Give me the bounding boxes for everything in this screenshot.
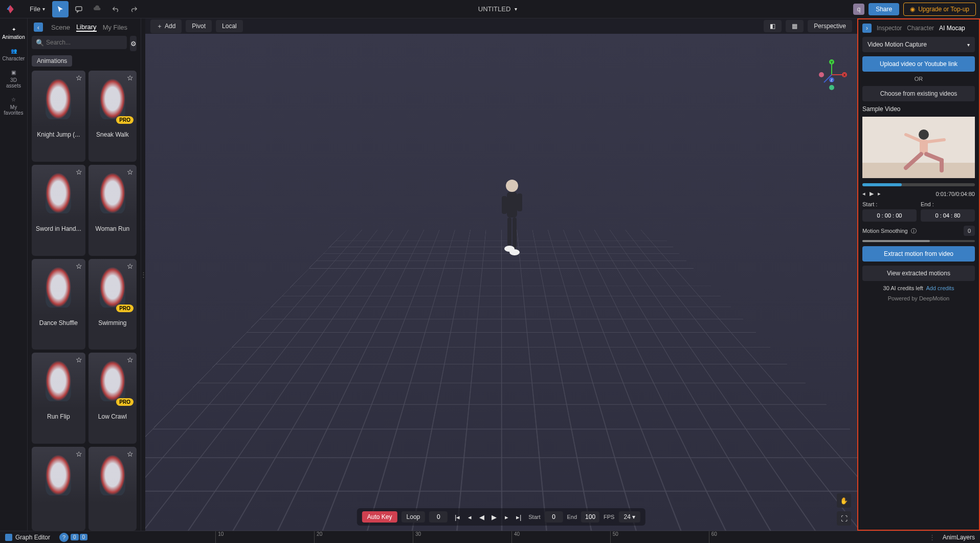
help-icon[interactable]: ? (59, 533, 69, 542)
svg-rect-21 (862, 163, 975, 178)
extract-motion-button[interactable]: Extract motion from video (862, 246, 975, 262)
favorite-star-icon[interactable]: ☆ (127, 356, 133, 364)
animation-card[interactable]: ☆Sword in Hand... (32, 165, 85, 256)
right-panel-back-icon[interactable]: › (862, 24, 872, 33)
play-forward-icon[interactable]: ▶ (488, 511, 500, 523)
graph-editor-toggle[interactable]: Graph Editor (0, 534, 55, 541)
video-prev-icon[interactable]: ◂ (862, 190, 865, 197)
favorite-star-icon[interactable]: ☆ (127, 450, 133, 458)
mocap-mode-select[interactable]: Video Motion Capture▾ (862, 37, 975, 52)
video-play-icon[interactable]: ▶ (870, 190, 874, 197)
settings-icon[interactable]: ⚙ (130, 36, 137, 51)
redo-icon[interactable] (126, 1, 142, 17)
tab-aimocap[interactable]: AI Mocap (939, 25, 965, 32)
favorite-star-icon[interactable]: ☆ (76, 74, 82, 82)
local-button[interactable]: Local (216, 20, 243, 32)
sample-video-label: Sample Video (862, 105, 975, 113)
document-title[interactable]: UNTITLED (478, 5, 511, 13)
animation-card[interactable]: ☆ (32, 447, 85, 531)
favorite-star-icon[interactable]: ☆ (76, 450, 82, 458)
undo-icon[interactable] (107, 1, 124, 17)
app-logo[interactable] (4, 3, 16, 15)
rail-3d-assets[interactable]: ▣3D assets (2, 66, 26, 93)
timeline-ruler[interactable]: 102030405060 (87, 531, 930, 543)
animation-card[interactable]: ☆Dance Shuffle (32, 259, 85, 350)
autokey-button[interactable]: Auto Key (362, 511, 397, 523)
timeline-marker-0[interactable]: 0 (71, 534, 79, 540)
animation-card[interactable]: ☆PROLow Crawl (88, 353, 137, 444)
video-scrubber[interactable] (862, 183, 975, 186)
tab-inspector[interactable]: Inspector (877, 25, 902, 32)
favorite-star-icon[interactable]: ☆ (76, 356, 82, 364)
splitter-left[interactable]: ⋮ (141, 18, 145, 531)
smoothing-slider[interactable] (862, 240, 975, 242)
add-credits-link[interactable]: Add credits (926, 285, 954, 291)
cursor-tool-icon[interactable] (52, 1, 69, 17)
clip-start-input[interactable] (862, 209, 917, 222)
favorite-star-icon[interactable]: ☆ (127, 74, 133, 82)
choose-existing-button[interactable]: Choose from existing videos (862, 86, 975, 101)
panel-back-icon[interactable]: ‹ (34, 23, 43, 32)
share-button[interactable]: Share (868, 3, 899, 15)
view-motions-button[interactable]: View extracted motions (862, 266, 975, 281)
rail-character[interactable]: 👥Character (2, 44, 26, 66)
video-next-icon[interactable]: ▸ (878, 190, 881, 197)
current-frame-input[interactable] (429, 511, 448, 523)
upgrade-button[interactable]: ◉Upgrade or Top-up (903, 3, 976, 16)
animation-card[interactable]: ☆ (88, 447, 137, 531)
loop-button[interactable]: Loop (402, 511, 426, 523)
animation-card[interactable]: ☆PROSneak Walk (88, 71, 137, 162)
animation-card[interactable]: ☆Knight Jump (... (32, 71, 85, 162)
file-menu[interactable]: File▾ (25, 2, 50, 16)
svg-point-1 (506, 180, 518, 192)
smoothing-value[interactable]: 0 (964, 226, 975, 236)
comment-icon[interactable] (71, 1, 87, 17)
end-label: End (567, 514, 577, 520)
animlayers-toggle[interactable]: AnimLayers (934, 534, 980, 541)
avatar[interactable]: q (853, 4, 864, 15)
favorite-star-icon[interactable]: ☆ (127, 262, 133, 270)
clip-end-input[interactable] (921, 209, 975, 222)
goto-end-icon[interactable]: ▸| (513, 511, 524, 523)
tab-scene[interactable]: Scene (51, 24, 70, 31)
goto-start-icon[interactable]: |◂ (452, 511, 463, 523)
filter-chip-animations[interactable]: Animations (32, 55, 72, 67)
add-button[interactable]: ＋ Add (150, 19, 182, 33)
info-icon[interactable]: ⓘ (911, 227, 917, 235)
rail-animation[interactable]: ✦Animation (2, 23, 26, 44)
pan-tool-icon[interactable]: ✋ (837, 493, 851, 508)
prev-frame-icon[interactable]: ◂ (464, 511, 475, 523)
favorite-star-icon[interactable]: ☆ (76, 168, 82, 176)
animation-card[interactable]: ☆Run Flip (32, 353, 85, 444)
shading-icon[interactable]: ◧ (764, 20, 782, 32)
upload-video-button[interactable]: Upload video or Youtube link (862, 56, 975, 72)
tab-character[interactable]: Character (907, 25, 934, 32)
splitter-right[interactable]: ⋮ (930, 533, 934, 541)
animation-card[interactable]: ☆Woman Run (88, 165, 137, 256)
rail-favorites[interactable]: ☆My favorites (2, 93, 26, 120)
start-frame-input[interactable] (544, 511, 563, 523)
title-dropdown-icon[interactable]: ▾ (515, 6, 517, 12)
axis-gizmo[interactable]: YXZ (816, 59, 847, 90)
favorite-star-icon[interactable]: ☆ (76, 262, 82, 270)
animation-label (32, 503, 85, 511)
favorite-star-icon[interactable]: ☆ (127, 168, 133, 176)
next-frame-icon[interactable]: ▸ (501, 511, 512, 523)
character-model[interactable] (494, 173, 530, 275)
perspective-button[interactable]: Perspective (808, 20, 852, 32)
tab-myfiles[interactable]: My Files (103, 24, 127, 31)
video-preview[interactable] (862, 117, 975, 178)
clip-end-label: End : (921, 201, 975, 207)
end-frame-input[interactable] (581, 511, 599, 523)
fps-select[interactable]: 24 ▾ (618, 511, 640, 523)
timeline-marker-1[interactable]: 0 (80, 534, 88, 540)
play-reverse-icon[interactable]: ◀ (476, 511, 487, 523)
pivot-button[interactable]: Pivot (186, 20, 212, 32)
animation-card[interactable]: ☆PROSwimming (88, 259, 137, 350)
grid-toggle-icon[interactable]: ▦ (786, 20, 804, 32)
viewport-canvas[interactable]: YXZ ✋ ⛶ Auto Key Loop |◂ ◂ ◀ ▶ ▸ ▸| Star… (145, 34, 857, 531)
tab-library[interactable]: Library (76, 23, 97, 32)
cloud-sync-icon[interactable] (89, 1, 105, 17)
fullscreen-icon[interactable]: ⛶ (837, 511, 851, 526)
search-input[interactable] (32, 36, 127, 49)
